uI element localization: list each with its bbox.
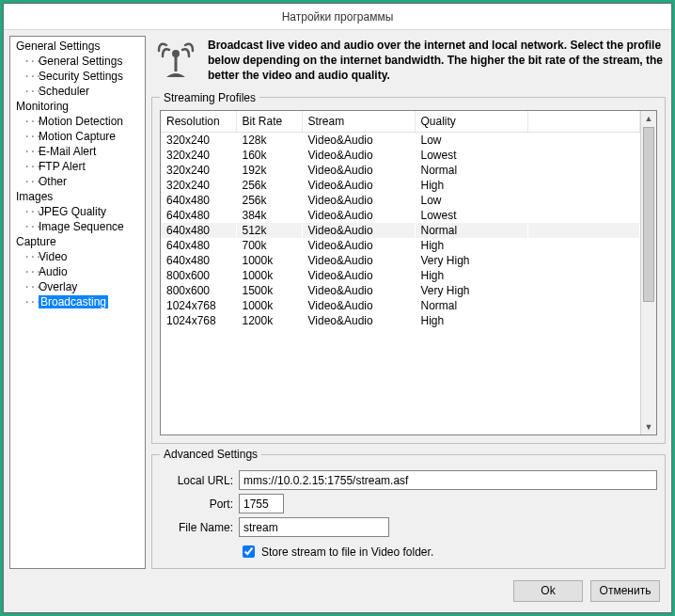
port-input[interactable] <box>239 494 284 513</box>
tree-group[interactable]: Images <box>10 189 145 204</box>
table-cell: Video&Audio <box>302 223 415 238</box>
tree-item-label: Motion Detection <box>39 115 123 128</box>
tree-dots-icon: ···· <box>24 295 39 308</box>
tree-item[interactable]: ····Video <box>10 249 145 264</box>
tree-item-label: Audio <box>39 265 68 278</box>
table-row[interactable]: 320x240128kVideo&AudioLow <box>161 132 640 148</box>
tree-item[interactable]: ····Motion Capture <box>10 129 145 144</box>
svg-point-0 <box>172 50 180 57</box>
table-cell: 320x240 <box>161 163 236 178</box>
table-cell: 256k <box>236 178 302 193</box>
table-row[interactable]: 800x6001000kVideo&AudioHigh <box>161 268 640 283</box>
table-cell: Video&Audio <box>302 178 415 193</box>
table-cell: 320x240 <box>161 132 236 148</box>
profiles-table[interactable]: ResolutionBit RateStreamQuality 320x2401… <box>161 111 640 328</box>
column-header[interactable]: Stream <box>302 111 415 133</box>
tree-item[interactable]: ····JPEG Quality <box>10 204 145 219</box>
tree-item[interactable]: ····Audio <box>10 264 145 279</box>
table-cell: 1000k <box>236 253 302 268</box>
titlebar: Натройки программы <box>4 4 671 30</box>
profiles-table-container: ResolutionBit RateStreamQuality 320x2401… <box>160 110 657 435</box>
dialog-footer: Ok Отменить <box>4 575 671 612</box>
table-cell: 160k <box>236 148 302 163</box>
tree-item-label: Scheduler <box>39 85 89 98</box>
tree-item[interactable]: ····Broadcasting <box>10 294 145 309</box>
table-cell: Video&Audio <box>302 268 415 283</box>
table-row[interactable]: 640x480700kVideo&AudioHigh <box>161 238 640 253</box>
scroll-down-button[interactable]: ▼ <box>641 419 656 434</box>
tree-dots-icon: ···· <box>24 130 39 143</box>
table-cell: 1200k <box>236 313 302 328</box>
table-row[interactable]: 640x480384kVideo&AudioLowest <box>161 208 640 223</box>
table-row[interactable]: 640x480512kVideo&AudioNormal <box>161 223 640 238</box>
content-panel: Broadcast live video and audio over the … <box>151 36 666 569</box>
scroll-up-button[interactable]: ▲ <box>641 111 656 127</box>
tree-item[interactable]: ····General Settings <box>10 54 145 69</box>
table-cell: Video&Audio <box>302 193 415 208</box>
tree-group[interactable]: General Settings <box>10 39 145 54</box>
tree-item[interactable]: ····Overlay <box>10 279 145 294</box>
filename-input[interactable] <box>239 517 389 537</box>
table-cell: 320x240 <box>161 148 236 163</box>
table-row[interactable]: 1024x7681200kVideo&AudioHigh <box>161 313 640 328</box>
table-cell: Video&Audio <box>302 283 415 298</box>
tree-item[interactable]: ····Other <box>10 174 145 189</box>
table-cell: Video&Audio <box>302 298 415 313</box>
tree-dots-icon: ···· <box>24 205 39 218</box>
vertical-scrollbar[interactable]: ▲ ▼ <box>640 111 656 434</box>
cancel-button[interactable]: Отменить <box>590 580 660 602</box>
table-row[interactable]: 800x6001500kVideo&AudioVery High <box>161 283 640 298</box>
table-row[interactable]: 320x240256kVideo&AudioHigh <box>161 178 640 193</box>
table-cell: Video&Audio <box>302 163 415 178</box>
tree-item-label: FTP Alert <box>39 160 86 173</box>
table-cell: High <box>415 238 527 253</box>
tree-item[interactable]: ····Image Sequence <box>10 219 145 234</box>
table-cell: Lowest <box>415 208 527 223</box>
table-row[interactable]: 640x480256kVideo&AudioLow <box>161 193 640 208</box>
tree-item[interactable]: ····Scheduler <box>10 84 145 99</box>
table-cell: 320x240 <box>161 178 236 193</box>
ok-button[interactable]: Ok <box>513 580 583 602</box>
scrollbar-track[interactable] <box>641 127 656 419</box>
table-cell: Normal <box>415 223 527 238</box>
tree-dots-icon: ···· <box>24 115 39 128</box>
table-cell: 1000k <box>236 298 302 313</box>
tree-item-label: General Settings <box>39 55 122 68</box>
tree-item-label: E-Mail Alert <box>39 145 96 158</box>
tree-item[interactable]: ····Motion Detection <box>10 114 145 129</box>
table-row[interactable]: 640x4801000kVideo&AudioVery High <box>161 253 640 268</box>
tree-item[interactable]: ····Security Settings <box>10 69 145 84</box>
table-cell: Video&Audio <box>302 148 415 163</box>
table-row[interactable]: 320x240160kVideo&AudioLowest <box>161 148 640 163</box>
column-header[interactable]: Bit Rate <box>236 111 302 133</box>
column-header[interactable]: Resolution <box>161 111 236 133</box>
local-url-input[interactable] <box>239 470 657 490</box>
table-row[interactable]: 320x240192kVideo&AudioNormal <box>161 163 640 178</box>
table-cell: Low <box>415 193 527 208</box>
table-cell: 800x600 <box>161 283 236 298</box>
profiles-table-scroll[interactable]: ResolutionBit RateStreamQuality 320x2401… <box>161 111 640 434</box>
table-cell: Video&Audio <box>302 132 415 148</box>
sidebar-tree[interactable]: General Settings····General Settings····… <box>9 36 146 569</box>
window-body: General Settings····General Settings····… <box>4 30 671 575</box>
store-stream-checkbox[interactable] <box>243 545 255 558</box>
advanced-settings-legend: Advanced Settings <box>160 448 261 461</box>
table-cell: Video&Audio <box>302 238 415 253</box>
table-cell: Video&Audio <box>302 208 415 223</box>
table-cell: Normal <box>415 163 527 178</box>
store-stream-label[interactable]: Store stream to file in Video folder. <box>261 545 433 559</box>
scrollbar-thumb[interactable] <box>643 127 654 302</box>
table-cell: 800x600 <box>161 268 236 283</box>
table-cell: 1500k <box>236 283 302 298</box>
banner-text: Broadcast live video and audio over the … <box>208 38 664 84</box>
window-title: Натройки программы <box>282 10 394 24</box>
tree-item-label: Image Sequence <box>39 220 124 233</box>
tree-group[interactable]: Capture <box>10 234 145 249</box>
table-row[interactable]: 1024x7681000kVideo&AudioNormal <box>161 298 640 313</box>
column-header[interactable]: Quality <box>415 111 527 133</box>
table-cell: 1000k <box>236 268 302 283</box>
tree-item[interactable]: ····E-Mail Alert <box>10 144 145 159</box>
tree-dots-icon: ···· <box>24 175 39 188</box>
tree-item[interactable]: ····FTP Alert <box>10 159 145 174</box>
tree-group[interactable]: Monitoring <box>10 99 145 114</box>
